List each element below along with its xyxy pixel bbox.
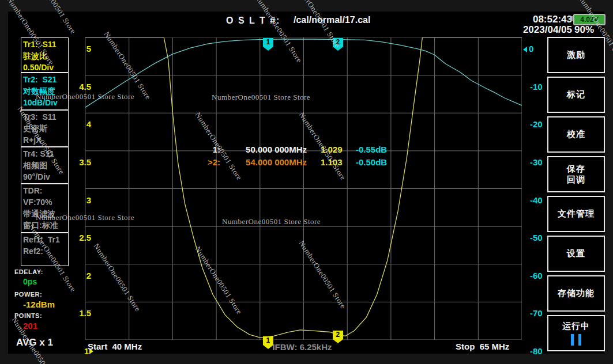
points-label: POINTS: (14, 312, 42, 319)
left-axis-tick: 5 (66, 44, 91, 54)
marker-vswr-value: 1.103 (321, 157, 343, 167)
marker-frequency: 50.000 000MHz (241, 145, 307, 154)
trace-box-4[interactable]: Tr4: S11相频图90°/Div (21, 147, 69, 184)
left-axis-tick: 1.5 (66, 308, 91, 318)
edelay-label: EDELAY: (14, 268, 43, 275)
trace-box-line: 史密斯 (23, 123, 68, 134)
tdr-settings-box[interactable]: TDR: VF:70% 带通滤波 窗口:标准 (21, 184, 69, 233)
marker-db-value: -0.55dB (356, 145, 387, 154)
trace-box-line: 0.50/Div (23, 62, 68, 73)
marker-vswr-value: 1.029 (321, 145, 343, 154)
pause-icon (571, 334, 581, 346)
oslt-label: O S L T #: (226, 16, 280, 26)
left-axis-tick: 3.5 (66, 157, 91, 167)
vna-app: O S L T #: /cal/normal/17.cal 08:52:43 2… (0, 0, 613, 364)
right-axis-tick: 0 (529, 44, 533, 54)
menu-button-4[interactable]: 保存回调 (547, 156, 605, 192)
menu-button-6[interactable]: 设置 (547, 236, 605, 272)
battery-icon: 4.02V (573, 14, 606, 25)
marker-1-flag-s21-tip (263, 47, 273, 51)
marker-db-value: -0.50dB (356, 157, 387, 167)
trace-box-line: 10dB/Div (23, 97, 68, 108)
left-axis-tick: 4.5 (66, 82, 91, 92)
tdr-line: TDR: (23, 185, 68, 196)
right-axis-tick: -40 (530, 195, 543, 205)
ref-settings-box[interactable]: Ref1: Tr1 Ref2: (21, 233, 69, 266)
left-axis-tick: 3 (66, 195, 91, 205)
menu-button-label: 存储功能 (558, 288, 595, 299)
left-axis-tick: 2.5 (66, 233, 91, 242)
menu-button-label: 标记 (567, 89, 585, 100)
trace-box-3[interactable]: Tr3: S11史密斯R+jX (21, 110, 69, 147)
points-value: 201 (23, 321, 37, 331)
tdr-line: 带通滤波 (23, 208, 68, 219)
right-axis-tick: -20 (530, 119, 543, 129)
ref-line: Ref1: Tr1 (23, 234, 68, 245)
menu-button-label: 回调 (567, 175, 585, 185)
ifbw-value[interactable]: IFBW: 6.25kHz (204, 342, 400, 352)
right-axis-tick: -50 (530, 233, 543, 242)
marker-2-flag-vswr[interactable]: 2 (333, 331, 343, 339)
menu-button-label: 运行中 (562, 321, 590, 332)
ref-line: Ref2: (23, 245, 68, 257)
edelay-value: 0ps (23, 277, 37, 286)
menu-button-label: 设置 (567, 248, 585, 259)
right-axis-tick: -80 (530, 346, 543, 356)
trace-box-line: Tr2: S21 (23, 74, 68, 85)
tdr-line: 窗口:标准 (23, 219, 68, 231)
menu-button-label: 校准 (567, 129, 585, 140)
trace-box-line: 驻波比 (23, 50, 68, 62)
menu-button-5[interactable]: 文件管理 (547, 196, 605, 232)
cal-path[interactable]: /cal/normal/17.cal (294, 15, 370, 25)
device-screen: O S L T #: /cal/normal/17.cal 08:52:43 2… (8, 12, 604, 354)
marker-2-flag-s21[interactable]: 2 (333, 38, 343, 47)
right-axis-tick: -10 (530, 82, 543, 92)
marker-label: >2: (197, 157, 220, 167)
right-axis-tick: -60 (530, 271, 543, 280)
trace-box-line: Tr4: S11 (23, 148, 68, 160)
trace-box-1[interactable]: Tr1: S11驻波比0.50/Div (21, 37, 69, 73)
trace-box-2[interactable]: Tr2: S21对数幅度10dB/Div (21, 73, 69, 110)
stop-frequency[interactable]: Stop 65 MHz (456, 342, 509, 351)
left-axis-tick: 2 (66, 271, 91, 280)
marker-1-flag-s21[interactable]: 1 (263, 38, 273, 47)
battery-nub (570, 16, 573, 21)
trace-box-line: Tr1: S11 (23, 39, 68, 50)
menu-button-3[interactable]: 校准 (547, 116, 605, 153)
menu-button-1[interactable]: 激励 (547, 37, 605, 73)
power-label: POWER: (14, 291, 42, 298)
trace-box-line: R+jX (23, 134, 68, 146)
battery-percent: 90% (574, 24, 594, 36)
right-axis-tick: -70 (530, 308, 543, 318)
trace-box-line: 相频图 (23, 160, 68, 171)
menu-button-label: 激励 (567, 50, 585, 60)
menu-button-label: 保存 (567, 164, 585, 175)
db-ref-marker-icon (523, 47, 527, 52)
menu-button-7[interactable]: 存储功能 (547, 275, 605, 312)
menu-button-8[interactable]: 运行中 (547, 315, 605, 351)
menu-button-2[interactable]: 标记 (547, 77, 605, 113)
trace-box-line: 90°/Div (23, 171, 68, 183)
avg-indicator: AVG x 1 (16, 337, 53, 348)
trace-box-line: Tr3: S11 (23, 111, 68, 123)
marker-label: 1: (197, 145, 220, 154)
menu-button-label: 文件管理 (558, 208, 595, 219)
start-frequency[interactable]: Start 40 MHz (88, 342, 142, 351)
measurement-chart[interactable] (85, 37, 522, 340)
marker-2-flag-s21-tip (333, 47, 343, 51)
clock-time: 08:52:43 (519, 14, 572, 25)
power-value: -12dBm (23, 299, 55, 309)
clock-date: 2023/04/05 (518, 24, 572, 36)
tdr-line: VF:70% (23, 196, 68, 208)
marker-frequency: 54.000 000MHz (241, 157, 307, 167)
left-axis-tick: 1 (63, 346, 89, 356)
left-axis-tick: 4 (66, 119, 91, 129)
trace-box-line: 对数幅度 (23, 85, 68, 97)
right-axis-tick: -30 (530, 157, 543, 167)
